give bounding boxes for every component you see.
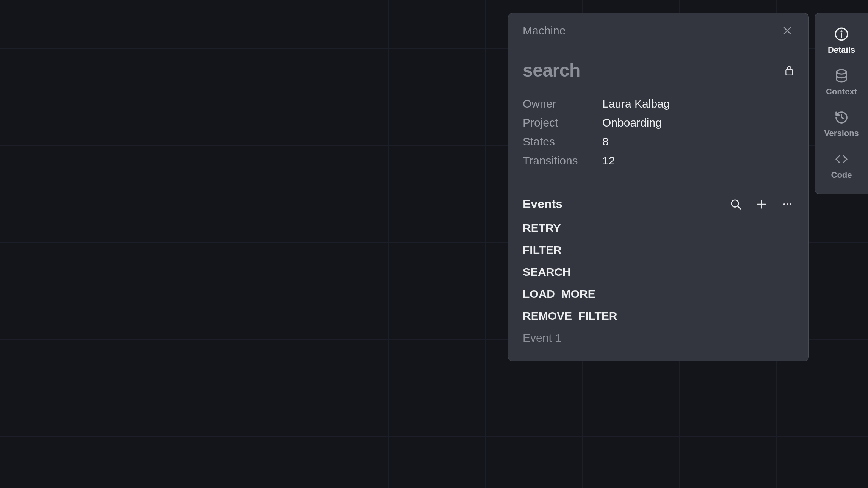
tab-versions-label: Versions	[824, 128, 859, 138]
events-more-button[interactable]	[780, 197, 794, 211]
event-list: RETRY FILTER SEARCH LOAD_MORE REMOVE_FIL…	[523, 222, 794, 344]
close-icon	[782, 25, 793, 36]
svg-line-4	[738, 206, 740, 209]
svg-point-9	[790, 203, 791, 205]
events-title: Events	[523, 197, 562, 211]
event-item[interactable]: LOAD_MORE	[523, 288, 794, 300]
info-section: search Owner Laura Kalbag Project Onboar…	[508, 47, 808, 184]
right-tab-rail: Details Context Versions Code	[815, 13, 868, 194]
meta-row-transitions: Transitions 12	[523, 154, 794, 167]
svg-point-8	[787, 203, 788, 205]
tab-details-label: Details	[828, 45, 855, 55]
svg-rect-2	[786, 69, 792, 75]
lock-button[interactable]	[784, 64, 794, 77]
machine-name-row: search	[523, 60, 794, 81]
tab-code[interactable]: Code	[815, 145, 868, 187]
event-item[interactable]: SEARCH	[523, 266, 794, 278]
tab-context[interactable]: Context	[815, 62, 868, 103]
transitions-value: 12	[602, 154, 615, 167]
event-item[interactable]: REMOVE_FILTER	[523, 310, 794, 322]
panel-header: Machine	[508, 13, 808, 47]
events-actions	[729, 197, 794, 211]
svg-point-12	[841, 31, 842, 32]
svg-point-13	[837, 70, 846, 74]
machine-name[interactable]: search	[523, 60, 580, 81]
database-icon	[834, 69, 849, 83]
states-value: 8	[602, 135, 609, 148]
close-button[interactable]	[780, 24, 794, 38]
events-header: Events	[523, 197, 794, 211]
lock-icon	[784, 64, 794, 77]
transitions-label: Transitions	[523, 154, 602, 167]
meta-row-project: Project Onboarding	[523, 116, 794, 129]
code-icon	[834, 152, 849, 166]
new-event-input[interactable]: Event 1	[523, 332, 794, 344]
info-icon	[834, 27, 849, 41]
tab-details[interactable]: Details	[815, 20, 868, 62]
svg-point-7	[783, 203, 785, 205]
owner-label: Owner	[523, 97, 602, 110]
event-item[interactable]: RETRY	[523, 222, 794, 235]
tab-code-label: Code	[831, 170, 852, 180]
states-label: States	[523, 135, 602, 148]
tab-versions[interactable]: Versions	[815, 103, 868, 145]
event-item[interactable]: FILTER	[523, 244, 794, 257]
tab-context-label: Context	[826, 87, 857, 97]
project-value[interactable]: Onboarding	[602, 116, 662, 129]
project-label: Project	[523, 116, 602, 129]
machine-details-panel: Machine search Owner Laura Kalbag Projec…	[508, 13, 809, 361]
meta-row-states: States 8	[523, 135, 794, 148]
history-icon	[834, 110, 849, 125]
events-section: Events	[508, 184, 808, 361]
search-icon	[730, 199, 741, 210]
more-horizontal-icon	[782, 199, 793, 210]
owner-value[interactable]: Laura Kalbag	[602, 97, 670, 110]
events-search-button[interactable]	[729, 197, 743, 211]
events-add-button[interactable]	[755, 197, 768, 211]
panel-header-title: Machine	[523, 24, 566, 37]
plus-icon	[756, 199, 767, 210]
meta-row-owner: Owner Laura Kalbag	[523, 97, 794, 110]
